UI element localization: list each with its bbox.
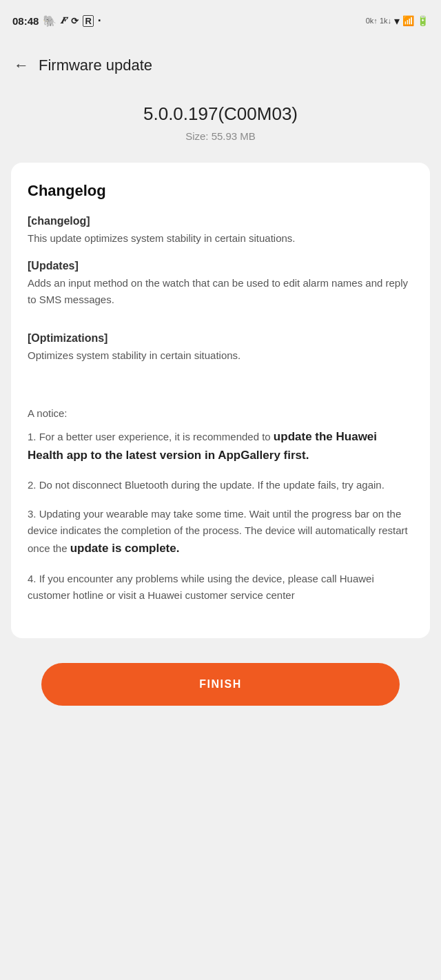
notice-item-2-text: 2. Do not disconnect Bluetooth during th… xyxy=(28,477,413,493)
status-dot-icon: · xyxy=(98,14,101,27)
bottom-spacer xyxy=(0,638,441,652)
finish-button[interactable]: FINISH xyxy=(41,663,400,706)
gap-2 xyxy=(28,377,413,388)
gap-1 xyxy=(28,321,413,332)
changelog-section-2-header: [Updates] xyxy=(28,260,413,272)
status-wifi-icon: ▾ xyxy=(394,14,400,28)
version-number: 5.0.0.197(C00M03) xyxy=(14,103,427,125)
changelog-section-1-body: This update optimizes system stability i… xyxy=(28,230,413,246)
notice-item-1-text: 1. For a better user experience, it is r… xyxy=(28,427,413,465)
toolbar: ← Firmware update xyxy=(0,41,441,90)
status-mastodon-icon: 🐘 xyxy=(43,14,57,28)
changelog-card: Changelog [changelog] This update optimi… xyxy=(11,163,430,638)
back-button[interactable]: ← xyxy=(14,57,29,74)
status-time: 08:48 xyxy=(12,15,39,27)
notice-item-2: 2. Do not disconnect Bluetooth during th… xyxy=(28,477,413,493)
notice-item-3-text: 3. Updating your wearable may take some … xyxy=(28,506,413,558)
notice-item-1: 1. For a better user experience, it is r… xyxy=(28,427,413,465)
notice-item-3-bold: update is complete. xyxy=(70,542,180,555)
changelog-section-2-body: Adds an input method on the watch that c… xyxy=(28,275,413,307)
changelog-section-3: [Optimizations] Optimizes system stabili… xyxy=(28,332,413,363)
changelog-title: Changelog xyxy=(28,182,413,200)
notice-item-2-number: 2. xyxy=(28,479,39,491)
notice-item-3: 3. Updating your wearable may take some … xyxy=(28,506,413,558)
notice-item-1-number: 1. xyxy=(28,431,39,442)
version-section: 5.0.0.197(C00M03) Size: 55.93 MB xyxy=(0,90,441,163)
status-bar-right: 0k↑ 1k↓ ▾ 📶 🔋 xyxy=(366,14,429,28)
changelog-section-3-header: [Optimizations] xyxy=(28,332,413,345)
notice-item-4-text: 4. If you encounter any problems while u… xyxy=(28,571,413,604)
notice-item-3-number: 3. xyxy=(28,508,39,520)
status-signal-icon: 📶 xyxy=(402,15,414,26)
changelog-section-2: [Updates] Adds an input method on the wa… xyxy=(28,260,413,307)
changelog-section-1: [changelog] This update optimizes system… xyxy=(28,215,413,246)
page-title: Firmware update xyxy=(39,57,152,74)
changelog-section-1-header: [changelog] xyxy=(28,215,413,227)
notice-item-4: 4. If you encounter any problems while u… xyxy=(28,571,413,604)
status-arrows-icon: ⟳ xyxy=(71,16,79,26)
notice-item-1-normal: For a better user experience, it is reco… xyxy=(39,431,274,442)
finish-button-container: FINISH xyxy=(0,652,441,726)
status-battery-icon: 🔋 xyxy=(417,15,429,26)
notice-item-4-number: 4. xyxy=(28,573,39,584)
notice-item-2-normal: Do not disconnect Bluetooth during the u… xyxy=(39,479,384,491)
status-bar-left: 08:48 🐘 𝑭 ⟳ R · xyxy=(12,14,101,28)
status-r-icon: R xyxy=(83,15,93,27)
notice-section: A notice: 1. For a better user experienc… xyxy=(28,407,413,604)
notice-title: A notice: xyxy=(28,407,413,419)
notice-item-4-normal: If you encounter any problems while usin… xyxy=(28,573,374,601)
status-f-icon: 𝑭 xyxy=(61,15,67,26)
changelog-section-3-body: Optimizes system stability in certain si… xyxy=(28,347,413,363)
status-network-text: 0k↑ 1k↓ xyxy=(366,17,391,25)
version-size: Size: 55.93 MB xyxy=(14,130,427,142)
status-bar: 08:48 🐘 𝑭 ⟳ R · 0k↑ 1k↓ ▾ 📶 🔋 xyxy=(0,0,441,41)
